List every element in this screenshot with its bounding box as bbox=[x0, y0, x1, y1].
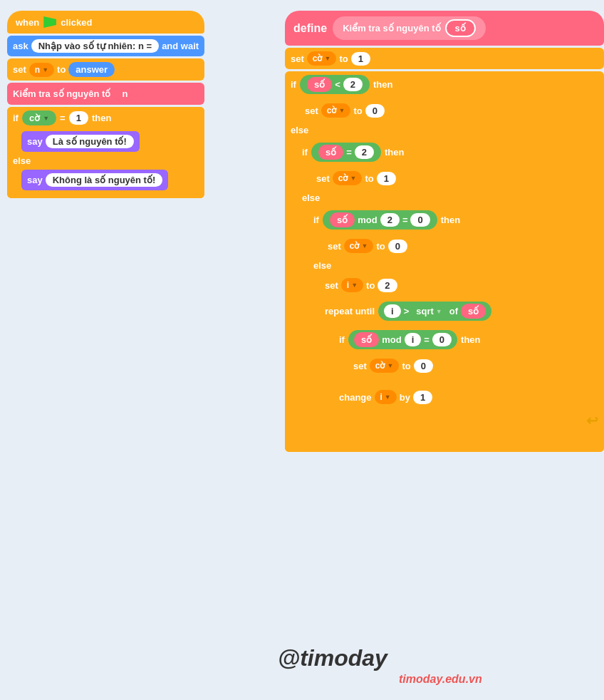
outer-if-footer bbox=[285, 448, 604, 452]
change-i-block[interactable]: change i ▼ by 1 bbox=[333, 386, 438, 408]
i4-oval: i bbox=[405, 333, 422, 346]
co-oval-left[interactable]: cờ ▼ bbox=[22, 110, 56, 125]
so6-oval[interactable]: số bbox=[461, 304, 486, 319]
co-var-2[interactable]: cờ ▼ bbox=[321, 103, 351, 118]
if-co-footer bbox=[7, 192, 204, 198]
when-clicked-block[interactable]: when clicked bbox=[7, 11, 204, 34]
if-co-block: if cờ ▼ = 1 then say Là số nguyên tố! el… bbox=[7, 107, 204, 198]
one-oval: 1 bbox=[69, 111, 88, 125]
sqrt-label: sqrt bbox=[416, 306, 434, 316]
watermark: @timoday bbox=[278, 645, 387, 671]
param-oval[interactable]: số bbox=[445, 19, 476, 37]
to-label: to bbox=[57, 64, 66, 75]
left-column: when clicked ask Nhập vào số tự nhiên: n… bbox=[7, 11, 204, 198]
set-co-1b-block[interactable]: set cờ ▼ to 1 bbox=[311, 168, 402, 189]
is-prime-text[interactable]: Là số nguyên tố! bbox=[46, 135, 134, 148]
i-var[interactable]: i ▼ bbox=[341, 278, 363, 292]
co-dropdown-left[interactable]: ▼ bbox=[43, 115, 49, 122]
set-co-0-block[interactable]: set cờ ▼ to 0 bbox=[299, 100, 390, 121]
set-co-0b-block[interactable]: set cờ ▼ to 0 bbox=[322, 235, 413, 257]
val4-oval: 0 bbox=[388, 240, 407, 253]
val3-oval: 1 bbox=[377, 172, 396, 185]
val7-oval: 1 bbox=[413, 391, 432, 404]
custom-call-block[interactable]: Kiểm tra số nguyên tố n bbox=[7, 83, 204, 105]
if3-footer bbox=[308, 435, 604, 439]
outer-if-block: if số < 2 then set cờ ▼ to 0 else bbox=[285, 71, 604, 452]
so-lt-2-condition: số < 2 bbox=[300, 75, 370, 94]
ask-block[interactable]: ask Nhập vào số tự nhiên: n = and wait bbox=[7, 36, 204, 56]
set-n-block[interactable]: set n ▼ to answer bbox=[7, 58, 204, 81]
else2-body: if số mod 2 = 0 then bbox=[296, 205, 604, 441]
val6-oval: 0 bbox=[414, 359, 433, 373]
dropdown-icon[interactable]: ▼ bbox=[42, 66, 48, 73]
if-co-body: say Là số nguyên tố! bbox=[7, 129, 204, 154]
sqrt-block[interactable]: sqrt ▼ bbox=[412, 304, 446, 318]
clicked-label: clicked bbox=[61, 17, 92, 28]
ask-value[interactable]: Nhập vào số tự nhiên: n = bbox=[31, 39, 159, 53]
repeat-block: repeat until i > sqrt ▼ of bbox=[319, 298, 604, 431]
co-var-1[interactable]: cờ ▼ bbox=[307, 51, 337, 66]
outer-if-header: if số < 2 then bbox=[285, 71, 604, 98]
flag-icon bbox=[43, 16, 56, 28]
answer-block[interactable]: answer bbox=[68, 62, 115, 77]
else2-label: else bbox=[296, 191, 604, 205]
co-var-6[interactable]: cờ ▼ bbox=[370, 359, 400, 373]
func-name: Kiểm tra số nguyên tố bbox=[343, 23, 440, 34]
else3-label: else bbox=[308, 259, 604, 272]
if3-header: if số mod 2 = 0 then bbox=[308, 207, 604, 233]
if3-body: set cờ ▼ to 0 bbox=[308, 233, 604, 259]
so-eq-2-condition: số = 2 bbox=[311, 143, 381, 162]
if2-block: if số = 2 then set cờ ▼ bbox=[296, 139, 604, 446]
not-prime-text[interactable]: Không là số nguyên tố! bbox=[46, 173, 163, 187]
zero3-oval: 0 bbox=[410, 213, 429, 227]
else-body-left: say Không là số nguyên tố! bbox=[7, 168, 204, 192]
so-mod-2-condition: số mod 2 = 0 bbox=[323, 210, 437, 230]
say-prime-block[interactable]: say Là số nguyên tố! bbox=[21, 131, 140, 152]
so1-oval[interactable]: số bbox=[307, 77, 332, 92]
right-column: define Kiểm tra số nguyên tố số set cờ ▼… bbox=[285, 11, 604, 452]
so2-oval[interactable]: số bbox=[318, 145, 343, 160]
set-label: set bbox=[13, 64, 26, 75]
define-label: define bbox=[293, 22, 327, 35]
set-co-1-block[interactable]: set cờ ▼ to 1 bbox=[285, 48, 604, 69]
so4-oval[interactable]: số bbox=[354, 332, 379, 347]
if4-body: set cờ ▼ to 0 bbox=[333, 353, 533, 379]
val1-oval: 1 bbox=[351, 52, 370, 66]
n-var[interactable]: n ▼ bbox=[29, 63, 54, 77]
custom-call-label: Kiểm tra số nguyên tố bbox=[13, 88, 110, 99]
when-label: when bbox=[16, 17, 39, 28]
outer-if-body: set cờ ▼ to 0 bbox=[285, 98, 604, 123]
else-label-left: else bbox=[7, 154, 204, 168]
so3-oval[interactable]: số bbox=[330, 212, 355, 227]
set-i-block[interactable]: set i ▼ to 2 bbox=[319, 274, 403, 296]
custom-call-param[interactable]: n bbox=[115, 86, 135, 101]
val5-oval: 2 bbox=[378, 279, 397, 292]
i6-oval: i bbox=[384, 304, 401, 318]
co-var-4[interactable]: cờ ▼ bbox=[344, 239, 374, 253]
two2-oval: 2 bbox=[355, 145, 374, 159]
two3-oval: 2 bbox=[380, 213, 400, 227]
if2-body: set cờ ▼ to 1 bbox=[296, 165, 604, 191]
else3-body: set i ▼ to 2 repe bbox=[308, 272, 604, 435]
co-var-3[interactable]: cờ ▼ bbox=[333, 171, 363, 185]
if-co-header: if cờ ▼ = 1 then bbox=[7, 107, 204, 129]
zero4-oval: 0 bbox=[432, 333, 452, 346]
so-mod-i-condition: số mod i = 0 bbox=[348, 330, 457, 349]
repeat-header: repeat until i > sqrt ▼ of bbox=[319, 298, 604, 324]
if4-block: if số mod i = 0 bbox=[333, 326, 533, 384]
if4-footer bbox=[333, 379, 533, 384]
if3-block: if số mod 2 = 0 then bbox=[308, 207, 604, 439]
set-co-0c-block[interactable]: set cờ ▼ to 0 bbox=[348, 355, 439, 376]
repeat-condition: i > sqrt ▼ of số bbox=[378, 302, 491, 321]
repeat-body: if số mod i = 0 bbox=[319, 324, 604, 410]
define-block[interactable]: define Kiểm tra số nguyên tố số bbox=[285, 11, 604, 46]
loop-arrow: ↩ bbox=[319, 410, 604, 431]
say-not-block[interactable]: say Không là số nguyên tố! bbox=[21, 170, 168, 190]
if2-header: if số = 2 then bbox=[296, 139, 604, 165]
if4-header: if số mod i = 0 bbox=[333, 326, 533, 353]
if2-footer bbox=[296, 441, 604, 446]
define-oval: Kiểm tra số nguyên tố số bbox=[333, 16, 486, 40]
i7-var[interactable]: i ▼ bbox=[375, 390, 397, 404]
two1-oval: 2 bbox=[343, 78, 363, 91]
val2-oval: 0 bbox=[365, 104, 385, 118]
